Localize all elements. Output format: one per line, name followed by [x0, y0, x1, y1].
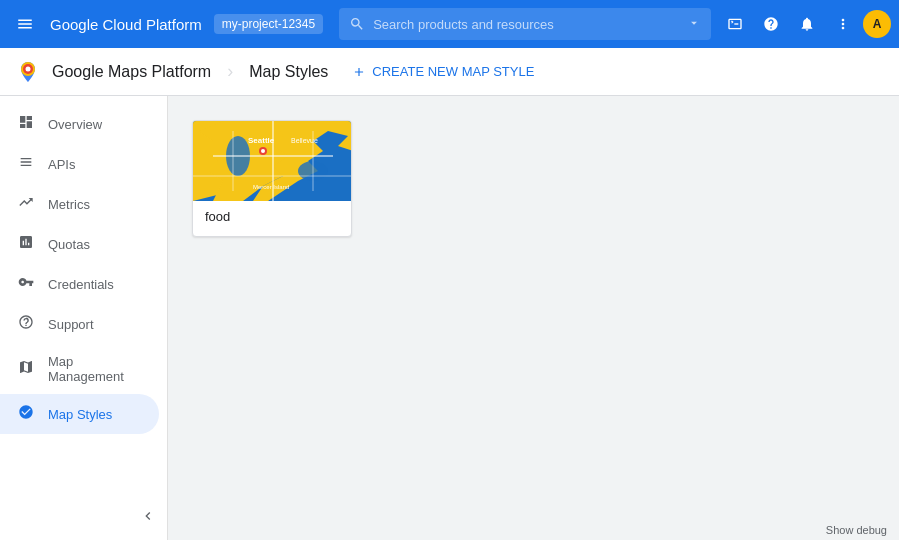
main-content: Seattle Bellevue Mercer Island food	[168, 96, 899, 540]
create-new-map-style-button[interactable]: CREATE NEW MAP STYLE	[352, 64, 534, 79]
map-style-card-food[interactable]: Seattle Bellevue Mercer Island food	[192, 120, 352, 237]
apis-icon	[16, 154, 36, 174]
sidebar-item-overview[interactable]: Overview	[0, 104, 159, 144]
sidebar-item-map-styles[interactable]: Map Styles	[0, 394, 159, 434]
metrics-label: Metrics	[48, 197, 90, 212]
sidebar-item-credentials[interactable]: Credentials	[0, 264, 159, 304]
sidebar: Overview APIs Metrics Quotas Credentials	[0, 96, 168, 540]
metrics-icon	[16, 194, 36, 214]
collapse-sidebar-button[interactable]	[140, 508, 156, 528]
top-bar: Google Cloud Platform my-project-12345 A	[0, 0, 899, 48]
user-avatar[interactable]: A	[863, 10, 891, 38]
map-styles-icon	[16, 404, 36, 424]
map-thumbnail: Seattle Bellevue Mercer Island	[193, 121, 352, 201]
map-style-label: food	[193, 201, 351, 236]
help-button[interactable]	[755, 8, 787, 40]
debug-label: Show debug	[826, 524, 887, 536]
sub-header: Google Maps Platform › Map Styles CREATE…	[0, 48, 899, 96]
sidebar-item-metrics[interactable]: Metrics	[0, 184, 159, 224]
map-management-label: Map Management	[48, 354, 143, 384]
maps-logo	[16, 60, 40, 84]
quotas-icon	[16, 234, 36, 254]
page-heading: Map Styles	[249, 63, 328, 81]
top-bar-actions: A	[719, 8, 891, 40]
more-options-button[interactable]	[827, 8, 859, 40]
sidebar-item-apis[interactable]: APIs	[0, 144, 159, 184]
credentials-icon	[16, 274, 36, 294]
svg-point-18	[261, 149, 265, 153]
search-bar	[339, 8, 711, 40]
search-icon	[349, 16, 365, 32]
sub-header-title: Google Maps Platform	[52, 63, 211, 81]
bottom-bar[interactable]: Show debug	[814, 520, 899, 540]
sidebar-item-map-management[interactable]: Map Management	[0, 344, 159, 394]
map-image: Seattle Bellevue Mercer Island	[193, 121, 352, 201]
map-styles-label: Map Styles	[48, 407, 112, 422]
console-button[interactable]	[719, 8, 751, 40]
svg-point-2	[26, 66, 31, 71]
notifications-button[interactable]	[791, 8, 823, 40]
add-icon	[352, 65, 366, 79]
credentials-label: Credentials	[48, 277, 114, 292]
overview-icon	[16, 114, 36, 134]
support-label: Support	[48, 317, 94, 332]
sidebar-item-support[interactable]: Support	[0, 304, 159, 344]
app-title: Google Cloud Platform	[50, 16, 202, 33]
apis-label: APIs	[48, 157, 75, 172]
layout: Overview APIs Metrics Quotas Credentials	[0, 96, 899, 540]
svg-text:Mercer Island: Mercer Island	[253, 184, 289, 190]
quotas-label: Quotas	[48, 237, 90, 252]
search-input[interactable]	[373, 17, 679, 32]
svg-text:Seattle: Seattle	[248, 136, 275, 145]
search-expand-button[interactable]	[687, 16, 701, 33]
menu-button[interactable]	[8, 7, 42, 41]
svg-text:Bellevue: Bellevue	[291, 137, 318, 144]
breadcrumb-divider: ›	[227, 61, 233, 82]
overview-label: Overview	[48, 117, 102, 132]
support-icon	[16, 314, 36, 334]
map-management-icon	[16, 359, 36, 379]
project-selector[interactable]: my-project-12345	[214, 14, 323, 34]
sidebar-item-quotas[interactable]: Quotas	[0, 224, 159, 264]
